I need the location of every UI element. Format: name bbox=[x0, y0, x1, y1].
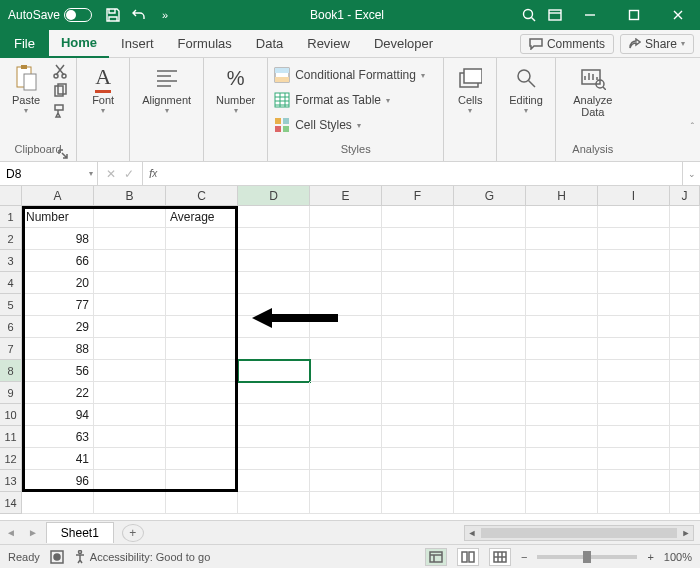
cell[interactable]: 94 bbox=[22, 404, 94, 426]
select-all-corner[interactable] bbox=[0, 186, 22, 205]
format-as-table-button[interactable]: Format as Table▾ bbox=[274, 89, 425, 111]
paste-button[interactable]: Paste ▾ bbox=[6, 62, 46, 117]
cell[interactable] bbox=[454, 294, 526, 316]
cells-button[interactable]: Cells ▾ bbox=[450, 62, 490, 117]
cell[interactable] bbox=[166, 382, 238, 404]
cell[interactable] bbox=[310, 470, 382, 492]
cell[interactable] bbox=[526, 382, 598, 404]
cell[interactable] bbox=[166, 360, 238, 382]
cell[interactable] bbox=[598, 250, 670, 272]
cell[interactable]: 29 bbox=[22, 316, 94, 338]
cell[interactable] bbox=[166, 492, 238, 514]
tab-formulas[interactable]: Formulas bbox=[166, 30, 244, 58]
cell[interactable] bbox=[94, 404, 166, 426]
cut-icon[interactable] bbox=[50, 62, 70, 80]
cell[interactable]: 88 bbox=[22, 338, 94, 360]
cell[interactable] bbox=[454, 404, 526, 426]
cell[interactable] bbox=[94, 448, 166, 470]
tab-insert[interactable]: Insert bbox=[109, 30, 166, 58]
cell[interactable] bbox=[238, 448, 310, 470]
expand-formula-bar-icon[interactable]: ⌄ bbox=[682, 162, 700, 185]
sheet-nav-prev-icon[interactable]: ◄ bbox=[0, 527, 22, 538]
close-button[interactable] bbox=[656, 0, 700, 30]
comments-button[interactable]: Comments bbox=[520, 34, 614, 54]
cell[interactable] bbox=[382, 404, 454, 426]
cell[interactable] bbox=[166, 404, 238, 426]
cell[interactable] bbox=[526, 316, 598, 338]
cell[interactable] bbox=[238, 426, 310, 448]
cell[interactable] bbox=[94, 206, 166, 228]
cell[interactable] bbox=[94, 426, 166, 448]
cell[interactable] bbox=[670, 294, 700, 316]
cell[interactable] bbox=[94, 272, 166, 294]
cell[interactable] bbox=[670, 448, 700, 470]
cell[interactable] bbox=[94, 470, 166, 492]
cell[interactable] bbox=[526, 206, 598, 228]
editing-button[interactable]: Editing ▾ bbox=[503, 62, 549, 117]
cell[interactable] bbox=[238, 338, 310, 360]
cell[interactable] bbox=[238, 206, 310, 228]
cell[interactable] bbox=[94, 316, 166, 338]
col-header[interactable]: D bbox=[238, 186, 310, 205]
cell[interactable] bbox=[598, 294, 670, 316]
namebox-dropdown-icon[interactable]: ▾ bbox=[89, 169, 93, 178]
cell[interactable] bbox=[598, 448, 670, 470]
accessibility-status[interactable]: Accessibility: Good to go bbox=[74, 550, 210, 564]
cell[interactable] bbox=[382, 316, 454, 338]
view-pagebreak-button[interactable] bbox=[489, 548, 511, 566]
cell[interactable] bbox=[310, 338, 382, 360]
tab-data[interactable]: Data bbox=[244, 30, 295, 58]
tab-home[interactable]: Home bbox=[49, 30, 109, 58]
add-sheet-button[interactable]: + bbox=[122, 524, 144, 542]
analyze-data-button[interactable]: Analyze Data bbox=[562, 62, 624, 120]
cell[interactable]: 77 bbox=[22, 294, 94, 316]
cell[interactable] bbox=[454, 316, 526, 338]
cell[interactable] bbox=[526, 448, 598, 470]
cell[interactable]: 63 bbox=[22, 426, 94, 448]
col-header[interactable]: A bbox=[22, 186, 94, 205]
cancel-formula-icon[interactable]: ✕ bbox=[106, 167, 116, 181]
cell[interactable] bbox=[310, 382, 382, 404]
cell[interactable] bbox=[670, 382, 700, 404]
row-header[interactable]: 14 bbox=[0, 492, 22, 514]
cell[interactable] bbox=[22, 492, 94, 514]
cell[interactable] bbox=[526, 404, 598, 426]
col-header[interactable]: C bbox=[166, 186, 238, 205]
sheet-nav-next-icon[interactable]: ► bbox=[22, 527, 44, 538]
cell[interactable] bbox=[598, 228, 670, 250]
cell[interactable] bbox=[598, 492, 670, 514]
cell[interactable] bbox=[310, 250, 382, 272]
view-normal-button[interactable] bbox=[425, 548, 447, 566]
cell[interactable] bbox=[382, 448, 454, 470]
cell[interactable]: 41 bbox=[22, 448, 94, 470]
cell[interactable] bbox=[310, 404, 382, 426]
cell[interactable] bbox=[598, 470, 670, 492]
cell[interactable] bbox=[382, 228, 454, 250]
cell-styles-button[interactable]: Cell Styles▾ bbox=[274, 114, 425, 136]
cell[interactable] bbox=[238, 382, 310, 404]
scroll-right-icon[interactable]: ► bbox=[679, 528, 693, 538]
cell[interactable] bbox=[238, 492, 310, 514]
cell[interactable] bbox=[166, 228, 238, 250]
cell[interactable] bbox=[166, 426, 238, 448]
cell[interactable] bbox=[598, 206, 670, 228]
cell[interactable] bbox=[382, 360, 454, 382]
cell[interactable] bbox=[598, 426, 670, 448]
row-header[interactable]: 10 bbox=[0, 404, 22, 426]
cell[interactable] bbox=[670, 404, 700, 426]
cell[interactable]: Number bbox=[22, 206, 94, 228]
col-header[interactable]: B bbox=[94, 186, 166, 205]
cell[interactable] bbox=[670, 316, 700, 338]
cell[interactable] bbox=[454, 492, 526, 514]
save-icon[interactable] bbox=[100, 0, 126, 30]
view-pagelayout-button[interactable] bbox=[457, 548, 479, 566]
cell[interactable] bbox=[238, 360, 310, 382]
name-box-input[interactable] bbox=[6, 167, 66, 181]
cell[interactable] bbox=[454, 470, 526, 492]
cell[interactable] bbox=[598, 272, 670, 294]
cell[interactable] bbox=[670, 272, 700, 294]
enter-formula-icon[interactable]: ✓ bbox=[124, 167, 134, 181]
worksheet-grid[interactable]: A B C D E F G H I J 1NumberAverage298366… bbox=[0, 186, 700, 520]
formula-input[interactable] bbox=[163, 162, 682, 185]
maximize-button[interactable] bbox=[612, 0, 656, 30]
